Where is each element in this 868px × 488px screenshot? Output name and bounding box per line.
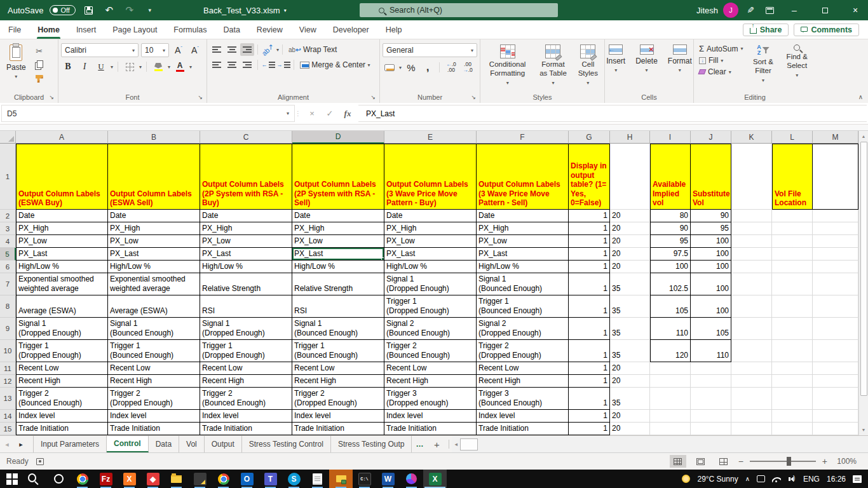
cell-J14[interactable] [691, 410, 731, 423]
cell-F14[interactable]: Index level [477, 410, 569, 423]
cell-G5[interactable]: 1 [569, 248, 610, 261]
cell-A10[interactable]: Trigger 1 (Dropped Enough) [16, 340, 108, 362]
cell-M9[interactable] [813, 318, 858, 340]
cell-L13[interactable] [772, 388, 813, 410]
row-header-15[interactable]: 15 [0, 423, 16, 435]
borders-button[interactable] [123, 60, 137, 73]
cell-A7[interactable]: Exponential smoothed weighted average [16, 273, 108, 295]
decrease-font-button[interactable]: Aˇ [188, 44, 202, 57]
decrease-indent-button[interactable]: ← [261, 58, 275, 71]
cell-H1[interactable] [610, 144, 650, 210]
ribbon-tab-file[interactable]: File [0, 20, 29, 39]
cell-F15[interactable]: Trade Initiation [477, 423, 569, 435]
dialog-launcher-icon[interactable]: ↘ [370, 94, 376, 100]
cell-L5[interactable] [772, 248, 813, 261]
align-center-button[interactable] [225, 58, 239, 71]
accounting-format-button[interactable] [383, 61, 397, 74]
cell-A3[interactable]: PX_High [16, 222, 108, 235]
cell-H8[interactable]: 35 [610, 295, 650, 318]
format-painter-button[interactable] [32, 72, 46, 85]
cell-E2[interactable]: Date [384, 210, 477, 222]
cell-D9[interactable]: Signal 1 (Bounced Enough) [292, 318, 384, 340]
volume-icon[interactable] [788, 477, 794, 482]
cell-M5[interactable] [813, 248, 858, 261]
avatar[interactable]: J [723, 3, 738, 18]
format-as-table-button[interactable]: Format as Table ▾ [534, 42, 571, 88]
sheet-nav-right-icon[interactable]: ▸ [14, 436, 28, 452]
align-middle-button[interactable] [225, 43, 239, 56]
fill-color-button[interactable] [151, 60, 165, 73]
cell-I11[interactable] [650, 362, 691, 375]
cell-L2[interactable] [772, 210, 813, 222]
cell-I6[interactable]: 100 [650, 261, 691, 273]
cell-K12[interactable] [731, 375, 772, 388]
cell-E15[interactable]: Trade Initiation [384, 423, 477, 435]
cell-L11[interactable] [772, 362, 813, 375]
cell-J15[interactable] [691, 423, 731, 435]
vertical-scrollbar[interactable]: ▲ ▼ [858, 131, 868, 435]
column-header-E[interactable]: E [384, 131, 477, 144]
zoom-slider-thumb[interactable] [787, 457, 791, 466]
zoom-in-button[interactable]: + [822, 456, 827, 466]
cell-H10[interactable]: 35 [610, 340, 650, 362]
row-header-5[interactable]: 5 [0, 248, 16, 261]
cell-A6[interactable]: High/Low % [16, 261, 108, 273]
cell-B13[interactable]: Trigger 2 (Dropped Enough) [108, 388, 200, 410]
row-header-3[interactable]: 3 [0, 222, 16, 235]
select-all-corner[interactable] [0, 131, 16, 144]
cell-B1[interactable]: Output Column Labels (ESWA Sell) [108, 144, 200, 210]
cell-E8[interactable]: Trigger 1 (Dropped Enough) [384, 295, 477, 318]
ribbon-tab-view[interactable]: View [291, 20, 325, 39]
font-name-select[interactable]: Calibri▾ [61, 43, 139, 57]
align-top-button[interactable] [210, 43, 224, 56]
row-header-9[interactable]: 9 [0, 318, 16, 340]
cell-D10[interactable]: Trigger 1 (Bounced Enough) [292, 340, 384, 362]
minimize-button[interactable]: – [782, 0, 807, 20]
row-header-8[interactable]: 8 [0, 295, 16, 318]
cell-B8[interactable]: Average (ESWA) [108, 295, 200, 318]
close-button[interactable]: × [843, 0, 868, 20]
ribbon-tab-developer[interactable]: Developer [325, 20, 377, 39]
cell-E4[interactable]: PX_Low [384, 235, 477, 248]
cell-I10[interactable]: 120 [650, 340, 691, 362]
fill-button[interactable]: ↓Fill▾ [696, 55, 745, 65]
taskbar-teams-icon[interactable]: T [259, 470, 282, 488]
chevron-down-icon[interactable]: ▾ [168, 64, 170, 70]
cell-H14[interactable]: 20 [610, 410, 650, 423]
cell-A12[interactable]: Recent High [16, 375, 108, 388]
dialog-launcher-icon[interactable]: ↘ [198, 94, 203, 100]
cell-G4[interactable]: 1 [569, 235, 610, 248]
sheet-tab-control[interactable]: Control [107, 436, 149, 452]
cell-K2[interactable] [731, 210, 772, 222]
taskbar-xampp-icon[interactable]: X [118, 470, 141, 488]
cell-F12[interactable]: Recent High [477, 375, 569, 388]
column-header-G[interactable]: G [569, 131, 610, 144]
font-size-select[interactable]: 10▾ [141, 43, 169, 57]
row-header-10[interactable]: 10 [0, 340, 16, 362]
percent-button[interactable]: % [404, 61, 418, 74]
cell-K4[interactable] [731, 235, 772, 248]
cell-M10[interactable] [813, 340, 858, 362]
cell-J13[interactable] [691, 388, 731, 410]
cell-B10[interactable]: Trigger 1 (Bounced Enough) [108, 340, 200, 362]
cell-M8[interactable] [813, 295, 858, 318]
cell-J12[interactable] [691, 375, 731, 388]
cell-C3[interactable]: PX_High [200, 222, 292, 235]
cell-B2[interactable]: Date [108, 210, 200, 222]
new-sheet-button[interactable]: + [430, 438, 444, 451]
cell-G1[interactable]: Display in output table? (1= Yes, 0=Fals… [569, 144, 610, 210]
cell-G15[interactable]: 1 [569, 423, 610, 435]
customize-quick-access-icon[interactable]: ▾ [143, 3, 157, 17]
cell-D12[interactable]: Recent High [292, 375, 384, 388]
macro-record-icon[interactable] [36, 458, 44, 465]
cell-M14[interactable] [813, 410, 858, 423]
cell-E9[interactable]: Signal 2 (Bounced Enough) [384, 318, 477, 340]
cell-G6[interactable]: 1 [569, 261, 610, 273]
cell-C7[interactable]: Relative Strength [200, 273, 292, 295]
taskbar-excel-icon[interactable]: X [423, 470, 447, 488]
cell-K15[interactable] [731, 423, 772, 435]
cell-L3[interactable] [772, 222, 813, 235]
cell-B14[interactable]: Index level [108, 410, 200, 423]
column-header-H[interactable]: H [610, 131, 650, 144]
cell-C1[interactable]: Output Column Labels (2P System with RSA… [200, 144, 292, 210]
